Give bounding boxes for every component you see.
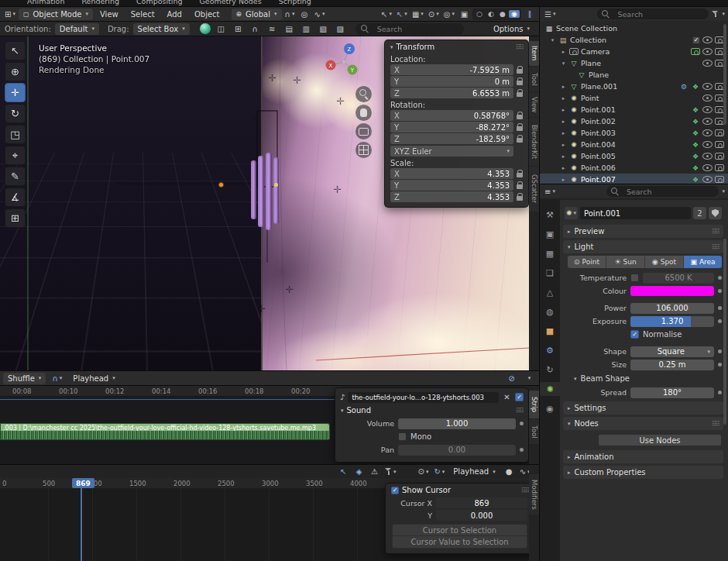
animate-dot[interactable] — [718, 319, 722, 323]
sidebar-tab-modifiers[interactable]: Modifiers — [529, 474, 539, 515]
sidebar-tab-tool[interactable]: Tool — [529, 67, 539, 91]
spread-field[interactable]: 180° — [630, 387, 714, 398]
animate-dot[interactable] — [718, 289, 722, 293]
section-animation[interactable]: ▸Animation — [563, 450, 723, 463]
seq-overlay-button[interactable]: ⊘ — [505, 373, 518, 384]
size-field[interactable]: 0.25 m — [630, 360, 714, 370]
sidebar-tab-view[interactable]: View — [529, 92, 539, 117]
outliner-search[interactable] — [597, 9, 709, 19]
xray-toggle-button[interactable]: ▣ — [458, 9, 471, 20]
expand-icon[interactable]: ▸ — [560, 84, 567, 90]
measure-tool[interactable]: ∡ — [5, 188, 26, 207]
outliner-row-collection[interactable]: ▾▤Collection✓ — [540, 34, 728, 46]
cursor-x-field[interactable]: 869 — [436, 497, 527, 508]
drag-grip-icon[interactable]: ⠿⠿ — [516, 407, 523, 415]
video-sequencer[interactable]: 00:08 00:10 00:12 00:14 00:16 00:18 00:2… — [0, 386, 539, 464]
expand-icon[interactable]: ▾ — [549, 37, 556, 43]
tab-modifiers[interactable]: ⚙ — [541, 343, 558, 357]
sound-section-header[interactable]: ▾Sound ⠿⠿ — [335, 406, 528, 417]
outliner-row-plane-001[interactable]: ▸▽Plane.001⚙❖ — [540, 81, 728, 92]
point-light-marker[interactable]: ✛ — [293, 74, 301, 86]
drag-grip-icon[interactable]: ⠿⠿ — [516, 43, 523, 51]
animate-dot[interactable] — [718, 306, 722, 310]
outliner-row-point-005[interactable]: ▸✺Point.005❖ — [540, 150, 728, 162]
lock-icon[interactable] — [517, 138, 523, 143]
animate-dot[interactable] — [718, 349, 722, 353]
cursor-to-selection-button[interactable]: Cursor to Selection — [392, 524, 527, 536]
menu-select[interactable]: Select — [125, 10, 160, 19]
point-light-marker[interactable]: ✛ — [285, 284, 294, 295]
hide-eye-icon[interactable] — [702, 95, 713, 102]
matcap-ball-icon[interactable] — [200, 23, 211, 34]
sync-button[interactable]: ↻▾ — [432, 466, 446, 477]
tab-material[interactable]: ◉ — [541, 401, 558, 415]
section-custom-properties[interactable]: ▸Custom Properties — [563, 466, 723, 479]
purple-mesh-bar[interactable] — [273, 157, 279, 224]
outliner-row-point-007[interactable]: ▸✺Point.007❖ — [540, 174, 728, 184]
magnet-small-button[interactable]: ∩ — [249, 23, 262, 35]
filter-button[interactable]: ▾ — [383, 466, 398, 477]
properties-menu-chevron[interactable]: ▾ — [722, 188, 725, 194]
outliner-menu-chevron[interactable]: ▾ — [722, 11, 725, 17]
pause-preview-button[interactable]: ‖ — [523, 9, 536, 20]
drag-dropdown[interactable]: Select Box▾ — [133, 23, 190, 35]
shading-material-icon[interactable]: ● — [497, 10, 508, 18]
point-light-marker[interactable]: ✛ — [333, 184, 342, 195]
volume-field[interactable]: 1.000 — [398, 418, 516, 429]
light-type-point[interactable]: ⊙Point — [568, 256, 606, 268]
tab-view-layer[interactable]: ❏ — [541, 266, 558, 280]
section-nodes[interactable]: ▾Nodes⠿⠿ — [563, 417, 723, 430]
light-datablock-dropdown[interactable]: ✺▾ — [565, 207, 578, 219]
section-beam-shape[interactable]: ▾Beam Shape — [563, 373, 723, 384]
outliner-row-point-006[interactable]: ▸✺Point.006❖ — [540, 162, 728, 174]
workspace-tab-rendering[interactable]: Rendering — [73, 0, 128, 6]
perspective-toggle-icon[interactable] — [355, 142, 372, 158]
normalise-checkbox[interactable]: ✓ — [630, 330, 639, 339]
lock-icon[interactable] — [517, 81, 523, 85]
hide-eye-icon[interactable] — [702, 176, 713, 183]
tab-tool[interactable]: ⚒ — [541, 208, 558, 222]
tab-render[interactable]: ▣ — [541, 227, 558, 241]
animate-dot[interactable] — [718, 391, 722, 394]
rotate-tool[interactable]: ↻ — [5, 104, 26, 123]
outliner-row-plane-data[interactable]: ▽Plane — [540, 69, 728, 81]
workspace-tab-geometry-nodes[interactable]: Geometry Nodes — [191, 0, 270, 6]
hide-eye-icon[interactable] — [702, 36, 713, 43]
lock-icon[interactable] — [517, 115, 523, 119]
tool-search-input[interactable] — [373, 23, 450, 34]
rotation-z-field[interactable]: Z-182.59° — [390, 133, 513, 144]
mirror-x-button[interactable]: ◫ — [215, 23, 228, 35]
add-cube-tool[interactable]: ⊞ — [5, 208, 26, 228]
object-origin-dot[interactable] — [218, 182, 224, 188]
hide-eye-icon[interactable] — [702, 106, 713, 113]
select-tool[interactable]: ↖ — [5, 41, 26, 60]
temperature-checkbox[interactable] — [630, 274, 639, 282]
transform-panel-header[interactable]: ▾ Transform ⠿⠿ — [385, 40, 528, 53]
hide-eye-icon[interactable] — [702, 118, 713, 125]
expand-icon[interactable]: ▸ — [560, 177, 567, 183]
navigation-gizmo[interactable]: Z X Y — [324, 41, 364, 81]
layer-b-button[interactable]: ▥ — [300, 23, 313, 35]
tab-scene[interactable]: △ — [541, 285, 558, 299]
tab-light-data[interactable]: ✺ — [540, 382, 560, 396]
tab-world[interactable]: ◍ — [541, 305, 558, 318]
show-cursor-checkbox[interactable]: ✓ — [391, 487, 399, 494]
overlays-toggle-button[interactable]: ◎▾ — [442, 9, 456, 20]
rotation-y-field[interactable]: Y-88.272° — [390, 122, 513, 133]
proportional-falloff-button[interactable]: ∿▾ — [313, 9, 327, 20]
temperature-field[interactable]: 6500 K — [643, 273, 714, 284]
cursor-y-field[interactable]: 0.000 — [436, 510, 527, 521]
layer-c-button[interactable]: ▧ — [317, 23, 330, 35]
editor-type-button[interactable]: ⊞▾ — [3, 9, 17, 20]
use-nodes-button[interactable]: Use Nodes — [598, 434, 722, 446]
move-tool[interactable]: ✛ — [5, 83, 26, 102]
light-type-spot[interactable]: ◉Spot — [645, 256, 684, 268]
point-light-marker[interactable]: ✛ — [251, 112, 259, 124]
seq-view-button[interactable]: ▾ — [523, 373, 536, 384]
tab-physics[interactable]: ↻ — [541, 363, 558, 377]
timeline-editor[interactable]: ↖ ◈ ⚠ ▾ ⊙▾ ↻▾ Playhead▾ ● ∿▾ 0 500 1000 … — [0, 465, 539, 561]
light-type-area[interactable]: ▣Area — [684, 256, 722, 268]
render-camera-icon[interactable] — [715, 164, 724, 171]
tab-object[interactable]: ■ — [541, 324, 558, 338]
smooth-button[interactable]: ≋ — [266, 23, 279, 35]
